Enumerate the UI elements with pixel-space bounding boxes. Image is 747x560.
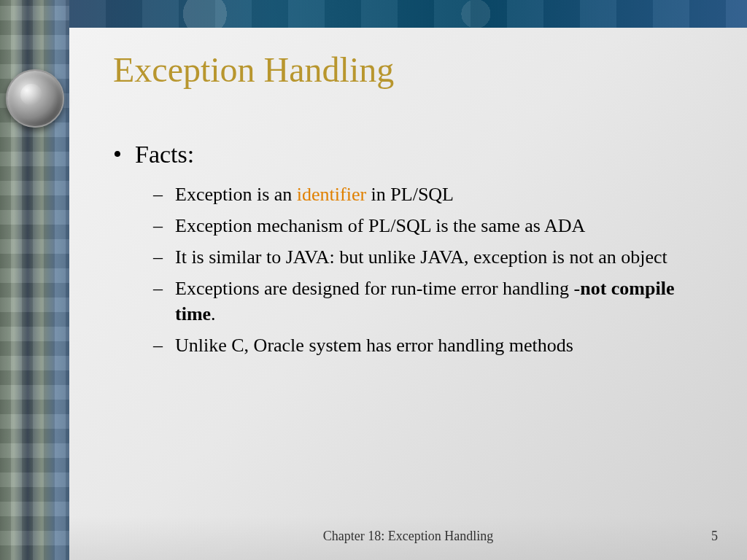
main-item-label: Facts: (135, 141, 194, 168)
sub-bullet-list: Exception is an identifier in PL/SQL Exc… (135, 182, 711, 359)
sub-item-3: Exceptions are designed for run-time err… (175, 276, 711, 327)
sub-item-3-post: . (211, 303, 216, 324)
footer-page-number: 5 (711, 529, 718, 544)
slide-title: Exception Handling (106, 50, 711, 90)
slide: Exception Handling Facts: Exception is a… (0, 0, 747, 560)
main-item-facts: Facts: Exception is an identifier in PL/… (135, 141, 711, 359)
footer-chapter: Chapter 18: Exception Handling (69, 529, 747, 544)
sub-item-0-pre: Exception is an (175, 184, 297, 205)
sub-item-0: Exception is an identifier in PL/SQL (175, 182, 711, 207)
sub-item-2: It is similar to JAVA: but unlike JAVA, … (175, 244, 711, 270)
top-decorative-strip (69, 0, 747, 28)
main-bullet-list: Facts: Exception is an identifier in PL/… (106, 141, 711, 359)
sub-item-1: Exception mechanism of PL/SQL is the sam… (175, 213, 711, 238)
slide-footer: Chapter 18: Exception Handling 5 (69, 525, 747, 547)
circle-ornament-icon (6, 69, 64, 128)
sub-item-4: Unlike C, Oracle system has error handli… (175, 332, 711, 358)
sub-item-0-highlight: identifier (297, 184, 366, 205)
sub-item-0-post: in PL/SQL (366, 184, 454, 205)
sub-item-3-pre: Exceptions are designed for run-time err… (175, 278, 580, 299)
slide-content: Exception Handling Facts: Exception is a… (69, 28, 747, 516)
